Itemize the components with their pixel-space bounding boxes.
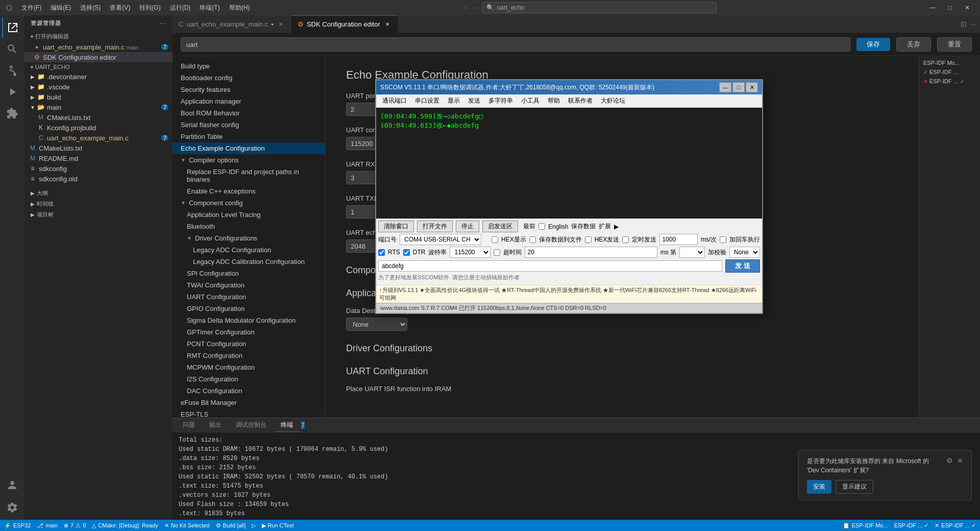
timeline-header[interactable]: ▶ 时间线 <box>24 199 173 209</box>
status-branch[interactable]: ⎇ main <box>37 522 58 529</box>
panel-tab-problems[interactable]: 问题 <box>177 419 201 431</box>
sscom-open-file-btn[interactable]: 打开文件 <box>417 221 453 232</box>
tree-devcontainer[interactable]: ▶ 📁 .devcontainer <box>24 71 173 82</box>
sscom-maximize-btn[interactable]: □ <box>732 82 745 92</box>
split-editor-btn[interactable]: ⊡ <box>961 20 967 28</box>
nav-twai-config[interactable]: TWAI Configuration <box>173 279 325 291</box>
project-header[interactable]: ▾ UART_ECHO <box>24 62 173 71</box>
tab-sdk-config[interactable]: ⚙ SDK Configuration editor ✕ <box>291 15 398 33</box>
activity-source-control[interactable] <box>2 60 22 81</box>
espidf-status2-item[interactable]: ✕ ESP-IDF ... ✓ <box>919 77 980 86</box>
sscom-save-data-check[interactable] <box>529 236 536 243</box>
sscom-interval-input[interactable] <box>659 234 697 245</box>
nav-i2s[interactable]: I2S Configuration <box>173 373 325 385</box>
tree-build[interactable]: ▶ 📁 build <box>24 92 173 102</box>
activity-run[interactable] <box>2 82 22 102</box>
notification-close-icon[interactable]: ✕ <box>957 456 963 465</box>
espidf-status1-item[interactable]: ✓ ESP-IDF ... <box>919 67 980 77</box>
sscom-close-btn[interactable]: ✕ <box>746 82 758 92</box>
sscom-menu-serial[interactable]: 串口设置 <box>411 95 444 106</box>
nav-serial-flasher[interactable]: Serial flasher config <box>173 119 325 131</box>
sscom-baud-select[interactable]: 115200 <box>450 247 491 258</box>
status-debug-btn[interactable]: ▷ <box>252 522 256 529</box>
panel-tab-terminal[interactable]: 终端 <box>275 419 299 432</box>
save-button[interactable]: 保存 <box>856 38 890 51</box>
nav-gpio-config[interactable]: GPIO Configuration <box>173 303 325 315</box>
panel-tab-output[interactable]: 输出 <box>203 419 228 431</box>
tree-main[interactable]: ▼ 📂 main 7 <box>24 102 173 112</box>
nav-echo-config[interactable]: Echo Example Configuration <box>173 142 325 154</box>
sscom-menu-tools[interactable]: 小工具 <box>517 95 544 106</box>
maximize-button[interactable]: □ <box>942 0 958 15</box>
status-cmake[interactable]: △ CMake: [Debug]: Ready <box>92 522 158 529</box>
tree-main-c[interactable]: C uart_echo_example_main.c 7 <box>24 133 173 143</box>
sscom-timed-check[interactable] <box>622 236 629 243</box>
menu-select[interactable]: 选择(S) <box>76 3 105 13</box>
open-editors-header[interactable]: ▾ 打开的编辑器 <box>24 31 173 42</box>
nav-security[interactable]: Security features <box>173 84 325 95</box>
nav-driver-config[interactable]: ▼ Driver Configurations <box>173 232 325 244</box>
sscom-verify-select[interactable]: None <box>729 247 760 258</box>
sscom-menu-contact[interactable]: 联系作者 <box>564 95 597 106</box>
sscom-byte-select[interactable] <box>679 247 705 258</box>
sscom-port-select[interactable]: COM4 USB-SERIAL CH340 <box>400 234 481 245</box>
tree-cmakelists-main[interactable]: M CMakeLists.txt <box>24 112 173 123</box>
espidf-mode-item[interactable]: ESP-IDF Mo... <box>919 58 980 67</box>
nav-replace-paths[interactable]: Replace ESP-IDF and project paths in bin… <box>173 166 325 185</box>
activity-settings[interactable] <box>2 497 22 518</box>
nav-app-manager[interactable]: Application manager <box>173 95 325 107</box>
tab-close-sdk[interactable]: ✕ <box>383 20 391 29</box>
tab-close-main-c[interactable]: ✕ <box>277 20 285 28</box>
nav-spi-config[interactable]: SPI Configuration <box>173 268 325 279</box>
menu-goto[interactable]: 转到(G) <box>135 3 164 13</box>
nav-bootloader[interactable]: Bootloader config <box>173 72 325 84</box>
sscom-menu-comm[interactable]: 通讯端口 <box>378 95 411 106</box>
status-problems[interactable]: ⊕ 7 ⚠ 0 <box>64 522 86 529</box>
status-espidf-1[interactable]: ESP-IDF ... ✓ <box>894 522 929 529</box>
sscom-minimize-btn[interactable]: — <box>719 82 731 92</box>
nav-enable-cpp[interactable]: Enable C++ exceptions <box>173 185 325 197</box>
sscom-clear-btn[interactable]: 清除窗口 <box>378 221 414 232</box>
nav-build-type[interactable]: Build type <box>173 60 325 72</box>
close-button[interactable]: ✕ <box>960 0 975 15</box>
sscom-send-input[interactable] <box>378 260 722 272</box>
activity-extensions[interactable] <box>2 103 22 124</box>
open-file-main-c[interactable]: ● uart_echo_example_main.c main 7 <box>24 42 173 52</box>
activity-search[interactable] <box>2 39 22 59</box>
nav-app-tracing[interactable]: Application Level Tracing <box>173 209 325 221</box>
notification-show-btn[interactable]: 显示建议 <box>836 480 873 494</box>
sscom-stop-btn[interactable]: 停止 <box>456 221 479 232</box>
tree-cmakelists-root[interactable]: M CMakeLists.txt <box>24 143 173 153</box>
tree-vscode[interactable]: ▶ 📁 .vscode <box>24 82 173 92</box>
discard-button[interactable]: 丢弃 <box>896 37 931 52</box>
sscom-menu-send[interactable]: 发送 <box>464 95 484 106</box>
nav-partition-table[interactable]: Partition Table <box>173 131 325 142</box>
tree-sdkconfig-old[interactable]: ≡ sdkconfig.old <box>24 174 173 184</box>
project-tree-header[interactable]: ▶ 项目树 <box>24 209 173 220</box>
nav-dac[interactable]: DAC Configuration <box>173 385 325 397</box>
reset-button[interactable]: 重置 <box>937 37 972 52</box>
sscom-english-check[interactable] <box>538 223 545 230</box>
sscom-extra-check[interactable] <box>494 249 500 256</box>
nav-efuse[interactable]: eFuse Bit Manager <box>173 397 325 408</box>
sscom-rts-check[interactable] <box>378 249 385 256</box>
sscom-menu-forum[interactable]: 大虾论坛 <box>597 95 629 106</box>
sscom-send-button[interactable]: 发 送 <box>725 259 760 273</box>
menu-run[interactable]: 运行(D) <box>166 3 195 13</box>
menu-terminal[interactable]: 终端(T) <box>195 3 224 13</box>
tab-more-btn[interactable]: ··· <box>970 20 976 28</box>
sidebar-more-btn[interactable]: ··· <box>160 20 166 27</box>
sscom-auto-send-btn[interactable]: 启发送区 <box>482 221 518 232</box>
sscom-extra-input[interactable] <box>525 247 657 258</box>
menu-view[interactable]: 查看(V) <box>106 3 134 13</box>
sscom-menu-help[interactable]: 帮助 <box>544 95 564 106</box>
global-search-bar[interactable]: 🔍 uart_echo <box>482 2 717 13</box>
activity-explorer[interactable] <box>2 17 22 38</box>
menu-help[interactable]: 帮助(H) <box>225 3 254 13</box>
menu-edit[interactable]: 编辑(E) <box>46 3 75 13</box>
open-file-sdk-config[interactable]: ⚙ SDK Configuration editor <box>24 52 173 62</box>
nav-boot-rom[interactable]: Boot ROM Behavior <box>173 107 325 119</box>
tree-sdkconfig[interactable]: ≡ sdkconfig <box>24 163 173 174</box>
panel-tab-debug[interactable]: 调试控制台 <box>230 419 273 431</box>
nav-bluetooth[interactable]: Bluetooth <box>173 221 325 232</box>
